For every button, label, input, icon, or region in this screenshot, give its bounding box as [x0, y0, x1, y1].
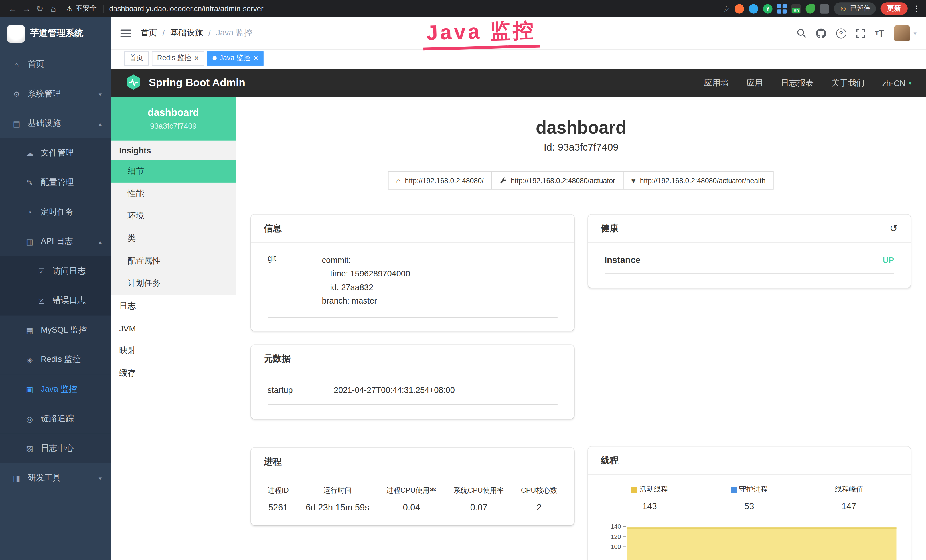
sidebar-item-error-logs[interactable]: ☒ 错误日志	[0, 286, 111, 316]
live-threads-area	[627, 527, 896, 560]
tab-redis-monitor[interactable]: Redis 监控 ×	[152, 51, 204, 65]
sidebar-item-home[interactable]: ⌂ 首页	[0, 50, 111, 79]
card-title: 健康	[601, 223, 619, 234]
actuator-url-link[interactable]: http://192.168.0.2:48080/actuator	[492, 171, 623, 190]
history-icon[interactable]: ↺	[890, 224, 898, 233]
fox-extension-icon[interactable]	[735, 4, 744, 13]
breadcrumb-infrastructure[interactable]: 基础设施	[170, 28, 203, 38]
sba-nav-journal[interactable]: 日志报表	[781, 77, 814, 88]
app-logo-row[interactable]: 芋道管理系统	[0, 17, 111, 50]
cloud-icon: ☁	[25, 148, 34, 157]
process-metric-cpu-cores: CPU核心数 2	[521, 486, 557, 512]
sidebar-item-java-monitor[interactable]: ▣ Java 监控	[0, 375, 111, 404]
sidebar-item-infrastructure[interactable]: ▤ 基础设施 ▴	[0, 109, 111, 138]
menu-item-classes[interactable]: 类	[111, 227, 236, 250]
menu-item-jvm[interactable]: JVM	[111, 317, 236, 340]
trace-icon: ◎	[25, 415, 34, 423]
breadcrumb-home[interactable]: 首页	[141, 28, 157, 38]
tab-label: 首页	[130, 53, 144, 63]
process-metric-pid: 进程ID 5261	[268, 486, 289, 512]
home-icon: ⌂	[396, 177, 401, 184]
sidebar-item-system-management[interactable]: ⚙ 系统管理 ▾	[0, 79, 111, 109]
health-url-link[interactable]: ♥ http://192.168.0.2:48080/actuator/heal…	[623, 171, 774, 190]
address-bar[interactable]: dashboard.yudao.iocoder.cn/infra/admin-s…	[109, 5, 263, 13]
legend-daemon-threads: 守护进程 53	[699, 484, 799, 511]
java-monitor-icon: ▣	[25, 385, 34, 394]
access-log-icon: ☑	[36, 267, 46, 275]
sidebar-item-file-management[interactable]: ☁ 文件管理	[0, 138, 111, 168]
back-icon[interactable]: ←	[6, 4, 20, 13]
tab-label: Java 监控	[219, 53, 251, 63]
sidebar-item-scheduled-tasks[interactable]: ◔ 定时任务	[0, 197, 111, 227]
menu-item-caches[interactable]: 缓存	[111, 362, 236, 384]
edit-icon: ✎	[25, 178, 34, 187]
sidebar-item-log-center[interactable]: ▨ 日志中心	[0, 434, 111, 463]
sba-nav-applications[interactable]: 应用	[746, 77, 763, 88]
font-size-icon[interactable]: TT	[875, 28, 884, 38]
paused-badge[interactable]: ☺ 已暂停	[834, 2, 876, 15]
sidebar-item-mysql-monitor[interactable]: ▦ MySQL 监控	[0, 316, 111, 345]
instance-header[interactable]: dashboard 93a3fc7f7409	[111, 97, 236, 141]
sidebar-item-api-logs[interactable]: ▥ API 日志 ▴	[0, 227, 111, 256]
tab-home[interactable]: 首页	[124, 51, 149, 65]
main-sidebar: 芋道管理系统 ⌂ 首页 ⚙ 系统管理 ▾ ▤ 基础设施 ▴ ☁ 文件管理 ✎	[0, 17, 111, 560]
help-icon[interactable]: ?	[836, 28, 846, 38]
bookmark-star-icon[interactable]: ☆	[723, 4, 730, 13]
sba-brand-title: Spring Boot Admin	[149, 77, 245, 89]
sba-nav-wallboard[interactable]: 应用墙	[704, 77, 729, 88]
tools-icon: ◨	[12, 474, 21, 483]
sidebar-item-access-logs[interactable]: ☑ 访问日志	[0, 256, 111, 286]
grid-extension-icon[interactable]	[778, 4, 787, 13]
droplet-extension-icon[interactable]	[749, 4, 758, 13]
close-icon[interactable]: ×	[254, 54, 258, 62]
close-icon[interactable]: ×	[194, 54, 199, 62]
cards-grid: 信息 git commit: time: 1596289704000 id: 2…	[236, 190, 926, 560]
sidebar-item-label: 系统管理	[28, 89, 61, 99]
service-url-link[interactable]: ⌂ http://192.168.0.2:48080/	[388, 171, 492, 190]
security-chip[interactable]: ⚠ 不安全	[66, 3, 97, 14]
browser-menu-icon[interactable]: ⋮	[912, 4, 920, 13]
menu-item-logs[interactable]: 日志	[111, 295, 236, 317]
card-title: 进程	[264, 456, 282, 467]
sba-language-select[interactable]: zh-CN ▾	[882, 78, 912, 88]
menu-item-mappings[interactable]: 映射	[111, 340, 236, 362]
menu-item-scheduled-tasks[interactable]: 计划任务	[111, 272, 236, 295]
menu-toggle-icon[interactable]	[120, 29, 131, 37]
heartbeat-icon: ♥	[631, 177, 635, 184]
sba-logo-icon[interactable]	[125, 74, 142, 92]
security-label: 不安全	[76, 3, 97, 14]
y-extension-icon[interactable]: Y	[763, 4, 773, 13]
link-text: http://192.168.0.2:48080/actuator	[511, 176, 615, 185]
update-button[interactable]: 更新	[881, 2, 908, 15]
menu-item-metrics[interactable]: 性能	[111, 183, 236, 205]
sidebar-item-label: Redis 监控	[41, 354, 81, 365]
threads-chart: 140 120 100	[600, 526, 899, 560]
menu-item-environment[interactable]: 环境	[111, 205, 236, 228]
sba-nav-about[interactable]: 关于我们	[831, 77, 864, 88]
sidebar-item-redis-monitor[interactable]: ◈ Redis 监控	[0, 345, 111, 375]
tab-java-monitor[interactable]: Java 监控 ×	[207, 51, 263, 65]
mysql-icon: ▦	[25, 326, 34, 334]
breadcrumb-separator: /	[209, 28, 211, 38]
legend-swatch	[731, 486, 737, 492]
sidebar-item-link-tracing[interactable]: ◎ 链路追踪	[0, 404, 111, 434]
puzzle-extension-icon[interactable]	[820, 4, 829, 13]
row-label: Instance	[604, 255, 640, 265]
search-icon[interactable]	[796, 28, 806, 38]
reload-icon[interactable]: ↻	[33, 4, 47, 13]
github-icon[interactable]	[816, 28, 826, 38]
user-avatar[interactable]	[894, 25, 910, 41]
sidebar-item-config-management[interactable]: ✎ 配置管理	[0, 168, 111, 197]
clock-icon: ◔	[25, 208, 34, 216]
process-metric-system-cpu: 系统CPU使用率 0.07	[454, 486, 504, 512]
leaf-extension-icon[interactable]	[806, 4, 815, 13]
menu-item-details[interactable]: 细节	[111, 160, 236, 183]
on-badge-extension-icon[interactable]: on	[791, 4, 801, 13]
browser-home-icon[interactable]: ⌂	[47, 4, 61, 13]
sidebar-item-dev-tools[interactable]: ◨ 研发工具 ▾	[0, 463, 111, 493]
chart-plot-area	[627, 526, 899, 560]
app-title: 芋道管理系统	[30, 28, 83, 39]
menu-item-config-props[interactable]: 配置属性	[111, 250, 236, 272]
fullscreen-icon[interactable]	[856, 29, 865, 37]
forward-icon[interactable]: →	[20, 4, 33, 13]
